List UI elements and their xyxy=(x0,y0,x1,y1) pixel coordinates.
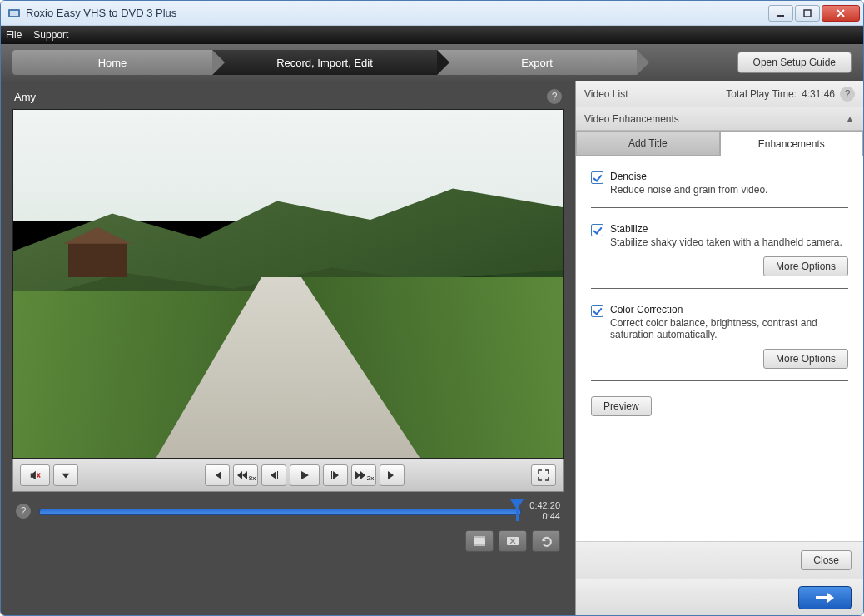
breadcrumb-nav: Home Record, Import, Edit Export Open Se… xyxy=(1,44,863,81)
stabilize-desc: Stabilize shaky video taken with a handh… xyxy=(610,236,842,248)
total-play-time: 4:31:46 xyxy=(802,88,835,100)
maximize-button[interactable] xyxy=(795,5,820,22)
timeline-help-icon[interactable]: ? xyxy=(16,504,31,519)
next-button[interactable] xyxy=(798,586,852,609)
svg-rect-4 xyxy=(474,538,485,544)
frame-forward-button[interactable] xyxy=(323,464,348,486)
svg-rect-2 xyxy=(777,15,784,17)
app-icon xyxy=(7,7,21,20)
mute-button[interactable] xyxy=(20,464,50,486)
close-panel-button[interactable]: Close xyxy=(801,550,852,570)
help-icon[interactable]: ? xyxy=(547,89,562,104)
video-list-header[interactable]: Video List Total Play Time: 4:31:46 ? xyxy=(576,81,863,107)
fullscreen-button[interactable] xyxy=(531,464,556,486)
timeline-slider[interactable] xyxy=(39,503,521,519)
color-more-options-button[interactable]: More Options xyxy=(763,349,848,369)
nav-record-import-edit[interactable]: Record, Import, Edit xyxy=(212,50,437,75)
time-current: 0:42:20 xyxy=(529,500,560,511)
preview-button[interactable]: Preview xyxy=(591,396,652,416)
timeline-times: 0:42:20 0:44 xyxy=(529,500,560,522)
cut-tool-button[interactable] xyxy=(499,530,527,552)
denoise-desc: Reduce noise and grain from video. xyxy=(610,184,767,196)
nav-export[interactable]: Export xyxy=(437,50,637,75)
video-title: Amy xyxy=(14,91,36,103)
minimize-button[interactable] xyxy=(768,5,793,22)
titlebar-text: Roxio Easy VHS to DVD 3 Plus xyxy=(26,7,767,19)
preview-pane: Amy ? xyxy=(1,81,575,615)
collapse-icon: ▲ xyxy=(845,113,855,125)
timeline-handle[interactable] xyxy=(510,499,524,509)
rewind-button[interactable]: 8x xyxy=(233,464,258,486)
skip-start-button[interactable] xyxy=(205,464,230,486)
close-button[interactable] xyxy=(822,5,860,22)
svg-rect-6 xyxy=(474,544,485,546)
playback-controls: 8x 2x xyxy=(12,459,564,492)
tab-enhancements[interactable]: Enhancements xyxy=(720,131,864,156)
play-button[interactable] xyxy=(290,464,320,486)
playtime-help-icon[interactable]: ? xyxy=(840,87,855,102)
volume-menu-button[interactable] xyxy=(53,464,78,486)
denoise-label: Denoise xyxy=(610,171,767,182)
undo-button[interactable] xyxy=(532,530,560,552)
video-preview xyxy=(12,109,564,459)
color-correction-checkbox[interactable] xyxy=(591,305,603,317)
svg-rect-3 xyxy=(804,10,811,17)
video-enhancements-header[interactable]: Video Enhancements ▲ xyxy=(576,107,863,131)
color-correction-label: Color Correction xyxy=(610,304,848,315)
svg-rect-5 xyxy=(474,536,485,538)
menu-file[interactable]: File xyxy=(6,29,22,41)
denoise-checkbox[interactable] xyxy=(591,171,603,184)
svg-rect-1 xyxy=(10,11,18,16)
menubar: File Support xyxy=(1,26,863,44)
color-correction-desc: Correct color balance, brightness, contr… xyxy=(610,317,848,340)
open-setup-guide-button[interactable]: Open Setup Guide xyxy=(737,52,852,73)
time-total: 0:44 xyxy=(529,511,560,522)
tab-add-title[interactable]: Add Title xyxy=(576,131,720,156)
stabilize-more-options-button[interactable]: More Options xyxy=(763,256,848,276)
nav-home[interactable]: Home xyxy=(12,50,212,75)
menu-support[interactable]: Support xyxy=(33,29,68,41)
right-panel: Video List Total Play Time: 4:31:46 ? Vi… xyxy=(575,81,863,615)
stabilize-label: Stabilize xyxy=(610,223,842,235)
stabilize-checkbox[interactable] xyxy=(591,224,603,236)
clip-tool-button[interactable] xyxy=(465,530,494,552)
app-window: Roxio Easy VHS to DVD 3 Plus File Suppor… xyxy=(0,0,864,616)
titlebar: Roxio Easy VHS to DVD 3 Plus xyxy=(1,1,863,26)
frame-back-button[interactable] xyxy=(261,464,286,486)
skip-end-button[interactable] xyxy=(380,464,405,486)
fast-forward-button[interactable]: 2x xyxy=(351,464,376,486)
